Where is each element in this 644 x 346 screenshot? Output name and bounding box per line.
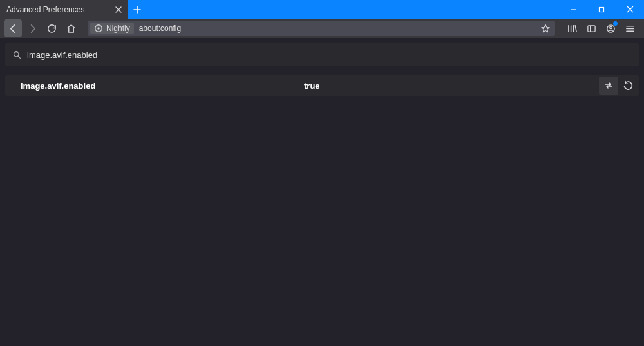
tab-close-button[interactable]: [113, 5, 124, 15]
firefox-icon: [94, 24, 103, 33]
home-button[interactable]: [62, 19, 80, 37]
bookmark-star-button[interactable]: [538, 24, 553, 33]
svg-point-2: [97, 27, 100, 30]
svg-point-6: [609, 26, 612, 29]
navigation-toolbar: Nightly about:config: [0, 19, 644, 38]
sidebars-button[interactable]: [582, 19, 600, 37]
toggle-button[interactable]: [599, 77, 618, 95]
tab-active[interactable]: Advanced Preferences: [0, 0, 128, 19]
new-tab-button[interactable]: [128, 0, 147, 19]
url-bar[interactable]: Nightly about:config: [88, 21, 555, 36]
title-bar: Advanced Preferences: [0, 0, 644, 19]
url-text[interactable]: about:config: [134, 24, 538, 33]
identity-label: Nightly: [106, 24, 130, 33]
tab-title: Advanced Preferences: [6, 5, 108, 14]
app-menu-button[interactable]: [621, 19, 639, 37]
reset-button[interactable]: [618, 77, 638, 95]
svg-rect-0: [600, 7, 604, 12]
notification-dot-icon: [613, 21, 618, 26]
identity-box[interactable]: Nightly: [90, 23, 134, 34]
preference-name: image.avif.enabled: [21, 81, 304, 91]
window-maximize-button[interactable]: [587, 0, 616, 19]
window-close-button[interactable]: [616, 0, 644, 19]
preference-search-row: [5, 43, 639, 66]
reload-button[interactable]: [43, 19, 61, 37]
forward-button[interactable]: [23, 19, 41, 37]
preference-search-input[interactable]: [27, 50, 632, 60]
library-button[interactable]: [563, 19, 581, 37]
window-minimize-button[interactable]: [559, 0, 587, 19]
preference-value: true: [304, 81, 599, 91]
account-button[interactable]: [601, 19, 620, 37]
window-controls: [559, 0, 644, 19]
back-button[interactable]: [4, 19, 22, 37]
preference-row: image.avif.enabled true: [5, 75, 639, 96]
svg-line-8: [18, 56, 20, 58]
about-config-content: image.avif.enabled true: [0, 38, 644, 346]
preference-actions: [599, 75, 639, 96]
search-icon: [12, 50, 22, 60]
svg-rect-3: [587, 25, 594, 31]
